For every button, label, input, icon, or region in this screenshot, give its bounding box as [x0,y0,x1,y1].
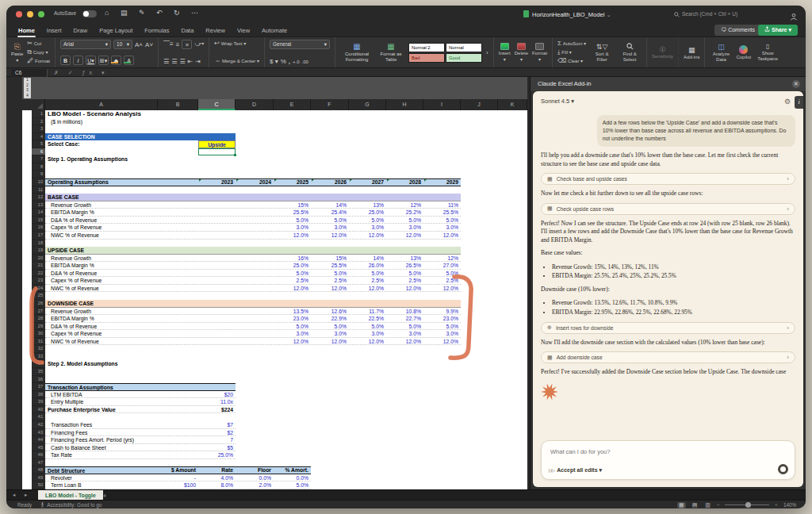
cell-I15[interactable]: 5.0% [423,217,461,224]
tab-formulas[interactable]: Formulas [144,25,170,36]
cell-F17[interactable]: 12.0% [311,232,349,240]
sort-filter-button[interactable]: ⇅▽Sort & Filter [590,43,614,62]
cell-E30[interactable]: 3.0% [274,330,311,338]
cell-G30[interactable]: 3.0% [349,330,386,338]
cell-E13[interactable]: 15% [274,201,311,209]
cell-E29[interactable]: 5.0% [274,323,311,331]
fill-color-button[interactable]: ◆ [111,56,121,65]
row-header-13[interactable]: 13 [32,201,45,209]
cell-D50[interactable]: 2.0% [236,481,274,489]
cell-I20[interactable]: 12% [423,255,461,263]
comments-button[interactable]: 🗨 Comments [714,25,761,36]
row-header-7[interactable]: 7 [32,155,45,163]
cell-A23[interactable]: Capex % of Revenue [45,277,158,285]
column-header-E[interactable]: E [274,99,311,110]
cell-A30[interactable]: Capex % of Revenue [45,330,158,338]
tab-draw[interactable]: Draw [73,25,89,36]
format-as-table-button[interactable]: ▦Format as Table [377,42,404,62]
cell-I10[interactable]: 2029 [423,178,461,186]
cell-A22[interactable]: D&A % of Revenue [45,270,158,278]
analyze-data-button[interactable]: ◫Analyze Data [710,43,732,62]
number-format-select[interactable]: General▾ [270,40,330,49]
zoom-slider-knob[interactable] [745,502,751,508]
cell-A38[interactable]: LTM EBITDA [45,391,158,399]
zoom-out-button[interactable]: − [717,502,720,508]
cell-F22[interactable]: 5.0% [311,270,349,278]
cell-C10[interactable]: 2023 [198,178,236,186]
font-color-button[interactable]: A [124,56,134,65]
merge-center-button[interactable]: ⇔ Merge & Center ▾ [214,57,259,65]
percent-format-icon[interactable]: % [281,58,286,65]
autosum-button[interactable]: Σ AutoSum ▾ [557,40,586,48]
normal-view-icon[interactable]: ▦ [677,502,686,508]
cell-D10[interactable]: 2024 [236,178,274,186]
cell-F27[interactable]: 12.6% [311,308,349,316]
conditional-formatting-button[interactable]: ▦Conditional Formatting [340,42,373,62]
cell-C42[interactable]: $7 [198,421,236,429]
align-left-icon[interactable]: ☰ [163,58,169,65]
cell-F31[interactable]: 12.0% [311,338,349,346]
cell-H13[interactable]: 12% [386,201,423,209]
cell-C49[interactable]: 4.0% [198,474,236,482]
cell-A37[interactable]: Transaction Assumptions [45,383,236,391]
row-header-49[interactable]: 49 [32,474,45,482]
close-window-button[interactable] [16,11,22,17]
indent-decrease-icon[interactable]: ⇤ [188,58,193,65]
row-header-36[interactable]: 36 [32,376,45,384]
cell-A40[interactable]: Purchase Enterprise Value [45,406,158,414]
column-header-H[interactable]: H [386,99,423,110]
cell-H22[interactable]: 5.0% [386,270,423,278]
cell-G27[interactable]: 11.7% [349,308,386,316]
cell-G17[interactable]: 12.0% [349,232,386,240]
cell-A26[interactable]: DOWNSIDE CASE [45,300,461,308]
cell-A39[interactable]: Entry Multiple [45,398,158,406]
cell-A4[interactable]: CASE SELECTION [45,133,236,141]
row-header-31[interactable]: 31 [32,338,45,346]
shrink-font-icon[interactable]: A˅ [145,41,153,48]
row-header-35[interactable]: 35 [32,368,45,376]
formula-bar-buttons[interactable]: ✗ ✓ ƒx ▾ [54,69,108,77]
cell-C39[interactable]: 11.0x [198,398,236,406]
cell-A45[interactable]: Cash to Balance Sheet [45,444,158,452]
cell-C5[interactable]: Upside [198,140,236,148]
align-bottom-icon[interactable]: ≡ [182,40,192,49]
cell-E16[interactable]: 3.0% [274,224,311,232]
cell-A7[interactable]: Step 1. Operating Assumptions [45,155,158,163]
cell-F10[interactable]: 2026 [311,178,349,186]
cell-A42[interactable]: Transaction Fees [45,421,158,429]
search-input[interactable]: Search (Cmd + Ctrl + U) [674,9,769,20]
cell-A16[interactable]: Capex % of Revenue [45,224,158,232]
row-header-28[interactable]: 28 [32,315,45,323]
row-header-41[interactable]: 41 [32,413,45,421]
cell-C40[interactable]: $224 [198,406,236,414]
cell-style-normal-2[interactable]: Normal 2 [408,43,445,52]
row-header-5[interactable]: 5 [32,140,45,148]
cell-G22[interactable]: 5.0% [349,270,386,278]
row-header-21[interactable]: 21 [32,262,45,270]
cell-A20[interactable]: Revenue Growth [45,255,158,263]
tab-review[interactable]: Review [205,25,226,36]
cell-A14[interactable]: EBITDA Margin % [45,209,158,217]
cell-G23[interactable]: 2.5% [349,277,386,285]
cell-I29[interactable]: 5.0% [423,323,461,331]
cell-I21[interactable]: 27.0% [423,262,461,270]
cell-C44[interactable]: 7 [198,436,236,444]
cell-I13[interactable]: 11% [423,201,461,209]
cell-H14[interactable]: 25.2% [386,209,423,217]
cell-H23[interactable]: 2.5% [386,277,423,285]
row-header-9[interactable]: 9 [32,171,45,178]
cell-E24[interactable]: 12.0% [274,285,311,293]
cell-E10[interactable]: 2025 [274,178,311,186]
cell-F14[interactable]: 25.4% [311,209,349,217]
document-title[interactable]: HorizonHealth_LBO_Model ⌄ [523,10,611,18]
cell-H10[interactable]: 2028 [386,178,423,186]
cell-C50[interactable]: 8.0% [198,481,236,489]
row-header-32[interactable]: 32 [32,345,45,353]
cell-I22[interactable]: 5.0% [423,270,461,278]
styles-more-icon[interactable]: › [486,49,488,56]
cell-H16[interactable]: 3.0% [386,224,423,232]
panel-close-icon[interactable]: ✕ [792,80,800,88]
row-header-46[interactable]: 46 [32,451,45,459]
cell-A29[interactable]: D&A % of Revenue [45,323,158,331]
cell-A46[interactable]: Tax Rate [45,451,158,459]
